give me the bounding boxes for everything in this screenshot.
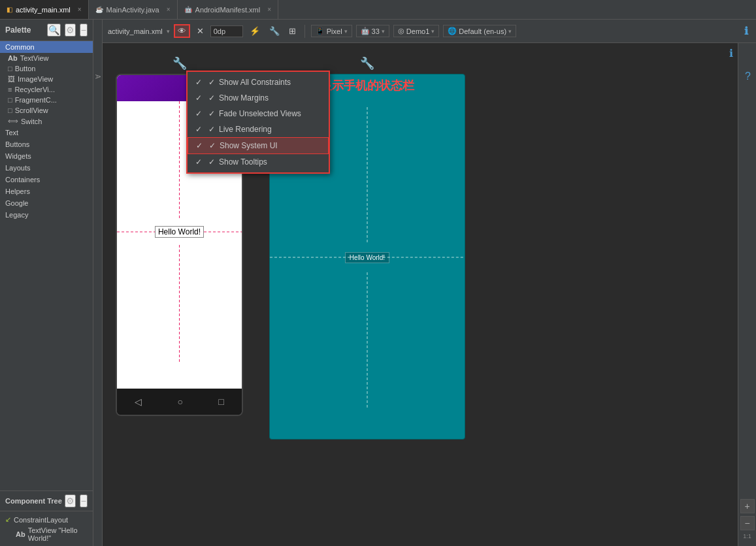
ct-item-textview[interactable]: Ab TextView "Hello World!" (0, 525, 93, 543)
palette-category-layouts[interactable]: Layouts (0, 162, 93, 174)
checkmark-show-margins: ✓ (208, 93, 215, 103)
switch-icon: ⟺ (8, 117, 18, 125)
tab-label-main-activity: MainActivity.java (107, 6, 159, 14)
help-group: ℹ (742, 24, 751, 39)
android-icon: 🤖 (361, 27, 370, 35)
tab-close-main-activity[interactable]: × (167, 6, 171, 13)
palette-title: Palette (5, 25, 31, 35)
palette-item-button[interactable]: □ Button (0, 63, 93, 74)
fragment-icon: □ (8, 96, 12, 104)
textview-tree-icon: Ab (16, 530, 25, 538)
api-selector[interactable]: 🤖 33 ▾ (356, 25, 389, 37)
theme-selector[interactable]: ◎ Demo1 ▾ (393, 25, 439, 37)
tab-label-android-manifest: AndroidManifest.xml (195, 6, 261, 14)
xml-icon: ◧ (7, 6, 12, 13)
component-tree-icons: ⚙ − (65, 494, 88, 507)
design-toolbar: activity_main.xml ▾ 👁 ✕ ⚡ 🔧 ⊞ 📱 Pixel ▾ … (103, 20, 756, 43)
palette-gear-button[interactable]: ⚙ (65, 24, 76, 37)
tab-main-activity[interactable]: ☕ MainActivity.java × (89, 0, 178, 19)
palette-category-containers[interactable]: Containers (0, 174, 93, 185)
dropdown-show-tooltips[interactable]: ✓ Show Tooltips (188, 154, 329, 170)
infer-constraints-button[interactable]: 🔧 (267, 25, 282, 37)
component-tree-body: ↙ ConstraintLayout Ab TextView "Hello Wo… (0, 511, 93, 546)
palette-category-text[interactable]: Text (0, 127, 93, 138)
recents-button[interactable]: □ (218, 396, 223, 407)
tab-close-android-manifest[interactable]: × (267, 6, 271, 13)
ct-item-constraintlayout[interactable]: ↙ ConstraintLayout (0, 514, 93, 525)
palette-category-helpers[interactable]: Helpers (0, 185, 93, 197)
home-button[interactable]: ○ (178, 396, 183, 407)
palette-item-scrollview[interactable]: □ ScrollView (0, 105, 93, 116)
palette-item-switch[interactable]: ⟺ Switch (0, 116, 93, 127)
dropdown-show-all-constraints[interactable]: ✓ Show All Constraints (188, 74, 329, 90)
dropdown-live-rendering[interactable]: ✓ Live Rendering (188, 121, 329, 137)
palette-categories: Common Ab TextView □ Button 🖼 ImageView … (0, 41, 93, 490)
tab-bar: ◧ activity_main.xml × ☕ MainActivity.jav… (0, 0, 756, 20)
checkmark-fade-unselected: ✓ (208, 109, 215, 118)
side-letters: A (93, 20, 103, 546)
palette-category-common[interactable]: Common (0, 41, 93, 53)
constraints-button[interactable]: ⚡ (247, 25, 263, 37)
api-chevron: ▾ (382, 28, 385, 35)
side-question-icon[interactable]: ? (745, 71, 751, 82)
device-selector[interactable]: 📱 Pixel ▾ (311, 25, 352, 37)
phone-icon: 📱 (316, 27, 325, 35)
palette-item-recyclerview[interactable]: ≡ RecyclerVi... (0, 84, 93, 95)
button-icon: □ (8, 65, 12, 72)
theme-chevron: ▾ (431, 28, 435, 35)
component-tree-gear-button[interactable]: ⚙ (65, 494, 76, 507)
phone-nav-1: ◁ ○ □ (117, 389, 242, 415)
auto-connect-button[interactable]: ✕ (194, 25, 206, 37)
palette-item-fragment[interactable]: □ FragmentC... (0, 95, 93, 105)
java-icon: ☕ (95, 6, 103, 13)
recyclerview-icon: ≡ (8, 86, 12, 93)
zoom-out-button[interactable]: − (740, 516, 755, 530)
constraintlayout-icon: ↙ (5, 515, 11, 524)
hello-world-label-2: Hello World! (345, 252, 389, 263)
pin-icon-2: 🔧 (360, 56, 374, 71)
palette-item-imageview[interactable]: 🖼 ImageView (0, 74, 93, 84)
dropdown-show-margins[interactable]: ✓ Show Margins (188, 90, 329, 106)
dp-input[interactable] (210, 25, 243, 37)
view-options-button[interactable]: 👁 (174, 24, 190, 38)
side-letter-a[interactable]: A (94, 74, 101, 79)
device-chevron: ▾ (344, 28, 348, 35)
tab-close-activity-main[interactable]: × (78, 6, 82, 13)
file-label: activity_main.xml (108, 27, 163, 35)
tab-label-activity-main: activity_main.xml (16, 6, 71, 14)
dropdown-fade-unselected[interactable]: ✓ Fade Unselected Views (188, 106, 329, 121)
palette-category-legacy[interactable]: Legacy (0, 209, 93, 221)
left-panel: Palette 🔍 ⚙ − Common Ab TextView □ Butto… (0, 20, 93, 546)
locale-icon: 🌐 (448, 27, 457, 35)
textview-icon: Ab (8, 54, 18, 62)
palette-category-buttons[interactable]: Buttons (0, 138, 93, 150)
palette-category-google[interactable]: Google (0, 197, 93, 209)
dp-input-group (210, 25, 243, 37)
align-button[interactable]: ⊞ (286, 25, 299, 37)
help-button[interactable]: ℹ (742, 24, 751, 39)
tab-android-manifest[interactable]: 🤖 AndroidManifest.xml × (178, 0, 279, 19)
palette-toolbar: 🔍 ⚙ − (47, 24, 88, 37)
hello-world-label-1: Hello World! (155, 226, 204, 238)
scrollview-icon: □ (8, 106, 12, 114)
file-dropdown-chevron: ▾ (167, 28, 170, 35)
palette-search-button[interactable]: 🔍 (47, 24, 61, 37)
locale-selector[interactable]: 🌐 Default (en-us) ▾ (443, 25, 516, 37)
checkmark-show-all: ✓ (208, 78, 215, 87)
zoom-in-button[interactable]: + (740, 499, 755, 513)
top-help-icon[interactable]: ℹ (729, 47, 733, 59)
checkmark-show-tooltips: ✓ (208, 157, 215, 167)
imageview-icon: 🖼 (8, 75, 15, 83)
pin-icon-1: 🔧 (173, 56, 187, 71)
zoom-ratio-label: 1:1 (743, 533, 751, 539)
component-tree-minus-button[interactable]: − (80, 494, 88, 507)
component-tree-panel: Component Tree ⚙ − ↙ ConstraintLayout Ab… (0, 490, 93, 546)
dropdown-show-system-ui[interactable]: ✓ Show System UI (188, 137, 329, 154)
palette-category-widgets[interactable]: Widgets (0, 150, 93, 162)
palette-item-textview[interactable]: Ab TextView (0, 53, 93, 63)
back-button[interactable]: ◁ (135, 396, 142, 407)
component-tree-header: Component Tree ⚙ − (0, 491, 93, 511)
toolbar-divider-1 (304, 25, 305, 38)
palette-minus-button[interactable]: − (80, 24, 88, 37)
tab-activity-main[interactable]: ◧ activity_main.xml × (0, 0, 89, 19)
